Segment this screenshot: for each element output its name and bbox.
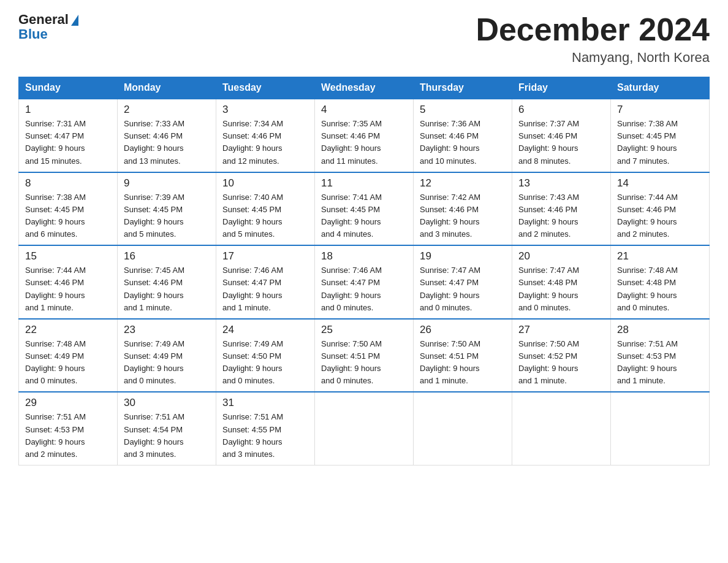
calendar-day-cell: 15 Sunrise: 7:44 AMSunset: 4:46 PMDaylig…: [19, 245, 118, 319]
day-info: Sunrise: 7:37 AMSunset: 4:46 PMDaylight:…: [518, 118, 604, 167]
calendar-week-row: 29 Sunrise: 7:51 AMSunset: 4:53 PMDaylig…: [19, 392, 710, 465]
day-info: Sunrise: 7:51 AMSunset: 4:54 PMDaylight:…: [124, 411, 210, 461]
day-number: 19: [420, 250, 506, 262]
day-number: 11: [321, 177, 407, 190]
day-number: 20: [518, 250, 604, 262]
day-info: Sunrise: 7:33 AMSunset: 4:46 PMDaylight:…: [124, 118, 210, 167]
day-number: 28: [617, 324, 703, 336]
day-info: Sunrise: 7:46 AMSunset: 4:47 PMDaylight:…: [321, 264, 407, 314]
calendar-day-cell: 18 Sunrise: 7:46 AMSunset: 4:47 PMDaylig…: [315, 245, 414, 319]
logo: General Blue: [18, 12, 78, 42]
logo-general: General: [18, 12, 69, 27]
calendar-day-cell: 3 Sunrise: 7:34 AMSunset: 4:46 PMDayligh…: [216, 99, 315, 172]
day-info: Sunrise: 7:51 AMSunset: 4:53 PMDaylight:…: [617, 338, 703, 388]
calendar-week-row: 8 Sunrise: 7:38 AMSunset: 4:45 PMDayligh…: [19, 172, 710, 246]
calendar-day-cell: [414, 392, 512, 465]
day-number: 7: [617, 104, 703, 116]
weekday-header-saturday: Saturday: [611, 77, 710, 99]
day-number: 21: [617, 250, 703, 262]
day-info: Sunrise: 7:43 AMSunset: 4:46 PMDaylight:…: [518, 191, 604, 241]
day-number: 29: [25, 397, 111, 409]
day-info: Sunrise: 7:49 AMSunset: 4:49 PMDaylight:…: [124, 338, 210, 388]
day-number: 14: [617, 177, 703, 190]
day-number: 15: [25, 250, 111, 262]
day-info: Sunrise: 7:34 AMSunset: 4:46 PMDaylight:…: [222, 118, 308, 167]
weekday-header-tuesday: Tuesday: [216, 77, 315, 99]
day-info: Sunrise: 7:31 AMSunset: 4:47 PMDaylight:…: [25, 118, 111, 167]
day-info: Sunrise: 7:50 AMSunset: 4:52 PMDaylight:…: [518, 338, 604, 388]
page-header: General Blue December 2024 Namyang, Nort…: [18, 12, 710, 66]
calendar-day-cell: 29 Sunrise: 7:51 AMSunset: 4:53 PMDaylig…: [19, 392, 118, 465]
calendar-day-cell: 19 Sunrise: 7:47 AMSunset: 4:47 PMDaylig…: [414, 245, 512, 319]
calendar-day-cell: [611, 392, 710, 465]
calendar-day-cell: 1 Sunrise: 7:31 AMSunset: 4:47 PMDayligh…: [19, 99, 118, 172]
day-info: Sunrise: 7:40 AMSunset: 4:45 PMDaylight:…: [222, 191, 308, 241]
day-number: 24: [222, 324, 308, 336]
day-info: Sunrise: 7:48 AMSunset: 4:48 PMDaylight:…: [617, 264, 703, 314]
calendar-day-cell: 4 Sunrise: 7:35 AMSunset: 4:46 PMDayligh…: [315, 99, 414, 172]
day-info: Sunrise: 7:38 AMSunset: 4:45 PMDaylight:…: [617, 118, 703, 167]
day-number: 30: [124, 397, 210, 409]
calendar-day-cell: 11 Sunrise: 7:41 AMSunset: 4:45 PMDaylig…: [315, 172, 414, 246]
weekday-header-row: SundayMondayTuesdayWednesdayThursdayFrid…: [19, 77, 710, 99]
weekday-header-thursday: Thursday: [414, 77, 512, 99]
calendar-day-cell: 13 Sunrise: 7:43 AMSunset: 4:46 PMDaylig…: [512, 172, 611, 246]
calendar-day-cell: 23 Sunrise: 7:49 AMSunset: 4:49 PMDaylig…: [118, 319, 216, 393]
calendar-day-cell: 22 Sunrise: 7:48 AMSunset: 4:49 PMDaylig…: [19, 319, 118, 393]
logo-triangle-icon: [71, 15, 78, 26]
calendar-day-cell: 25 Sunrise: 7:50 AMSunset: 4:51 PMDaylig…: [315, 319, 414, 393]
day-info: Sunrise: 7:44 AMSunset: 4:46 PMDaylight:…: [25, 264, 111, 314]
calendar-day-cell: 27 Sunrise: 7:50 AMSunset: 4:52 PMDaylig…: [512, 319, 611, 393]
day-info: Sunrise: 7:47 AMSunset: 4:48 PMDaylight:…: [518, 264, 604, 314]
calendar-week-row: 22 Sunrise: 7:48 AMSunset: 4:49 PMDaylig…: [19, 319, 710, 393]
calendar-day-cell: 12 Sunrise: 7:42 AMSunset: 4:46 PMDaylig…: [414, 172, 512, 246]
day-number: 6: [518, 104, 604, 116]
day-info: Sunrise: 7:48 AMSunset: 4:49 PMDaylight:…: [25, 338, 111, 388]
day-number: 22: [25, 324, 111, 336]
day-number: 1: [25, 104, 111, 116]
calendar-day-cell: 24 Sunrise: 7:49 AMSunset: 4:50 PMDaylig…: [216, 319, 315, 393]
day-number: 27: [518, 324, 604, 336]
day-number: 17: [222, 250, 308, 262]
logo-blue: Blue: [18, 27, 69, 42]
month-title: December 2024: [476, 12, 710, 47]
calendar-day-cell: 14 Sunrise: 7:44 AMSunset: 4:46 PMDaylig…: [611, 172, 710, 246]
calendar-day-cell: 20 Sunrise: 7:47 AMSunset: 4:48 PMDaylig…: [512, 245, 611, 319]
day-number: 3: [222, 104, 308, 116]
calendar-day-cell: 2 Sunrise: 7:33 AMSunset: 4:46 PMDayligh…: [118, 99, 216, 172]
day-info: Sunrise: 7:47 AMSunset: 4:47 PMDaylight:…: [420, 264, 506, 314]
day-info: Sunrise: 7:46 AMSunset: 4:47 PMDaylight:…: [222, 264, 308, 314]
calendar-day-cell: 26 Sunrise: 7:50 AMSunset: 4:51 PMDaylig…: [414, 319, 512, 393]
calendar-day-cell: 8 Sunrise: 7:38 AMSunset: 4:45 PMDayligh…: [19, 172, 118, 246]
day-number: 10: [222, 177, 308, 190]
location-title: Namyang, North Korea: [476, 50, 710, 66]
calendar-day-cell: [512, 392, 611, 465]
day-number: 13: [518, 177, 604, 190]
calendar-day-cell: [315, 392, 414, 465]
day-info: Sunrise: 7:42 AMSunset: 4:46 PMDaylight:…: [420, 191, 506, 241]
day-info: Sunrise: 7:49 AMSunset: 4:50 PMDaylight:…: [222, 338, 308, 388]
day-number: 4: [321, 104, 407, 116]
weekday-header-friday: Friday: [512, 77, 611, 99]
calendar-day-cell: 10 Sunrise: 7:40 AMSunset: 4:45 PMDaylig…: [216, 172, 315, 246]
weekday-header-monday: Monday: [118, 77, 216, 99]
weekday-header-wednesday: Wednesday: [315, 77, 414, 99]
calendar-day-cell: 28 Sunrise: 7:51 AMSunset: 4:53 PMDaylig…: [611, 319, 710, 393]
weekday-header-sunday: Sunday: [19, 77, 118, 99]
day-info: Sunrise: 7:36 AMSunset: 4:46 PMDaylight:…: [420, 118, 506, 167]
calendar-day-cell: 5 Sunrise: 7:36 AMSunset: 4:46 PMDayligh…: [414, 99, 512, 172]
day-info: Sunrise: 7:38 AMSunset: 4:45 PMDaylight:…: [25, 191, 111, 241]
calendar-table: SundayMondayTuesdayWednesdayThursdayFrid…: [18, 77, 710, 465]
day-number: 16: [124, 250, 210, 262]
day-number: 8: [25, 177, 111, 190]
calendar-day-cell: 30 Sunrise: 7:51 AMSunset: 4:54 PMDaylig…: [118, 392, 216, 465]
day-info: Sunrise: 7:51 AMSunset: 4:53 PMDaylight:…: [25, 411, 111, 461]
calendar-day-cell: 16 Sunrise: 7:45 AMSunset: 4:46 PMDaylig…: [118, 245, 216, 319]
day-number: 26: [420, 324, 506, 336]
day-number: 12: [420, 177, 506, 190]
day-info: Sunrise: 7:35 AMSunset: 4:46 PMDaylight:…: [321, 118, 407, 167]
day-number: 23: [124, 324, 210, 336]
day-info: Sunrise: 7:51 AMSunset: 4:55 PMDaylight:…: [222, 411, 308, 461]
calendar-day-cell: 21 Sunrise: 7:48 AMSunset: 4:48 PMDaylig…: [611, 245, 710, 319]
day-info: Sunrise: 7:39 AMSunset: 4:45 PMDaylight:…: [124, 191, 210, 241]
